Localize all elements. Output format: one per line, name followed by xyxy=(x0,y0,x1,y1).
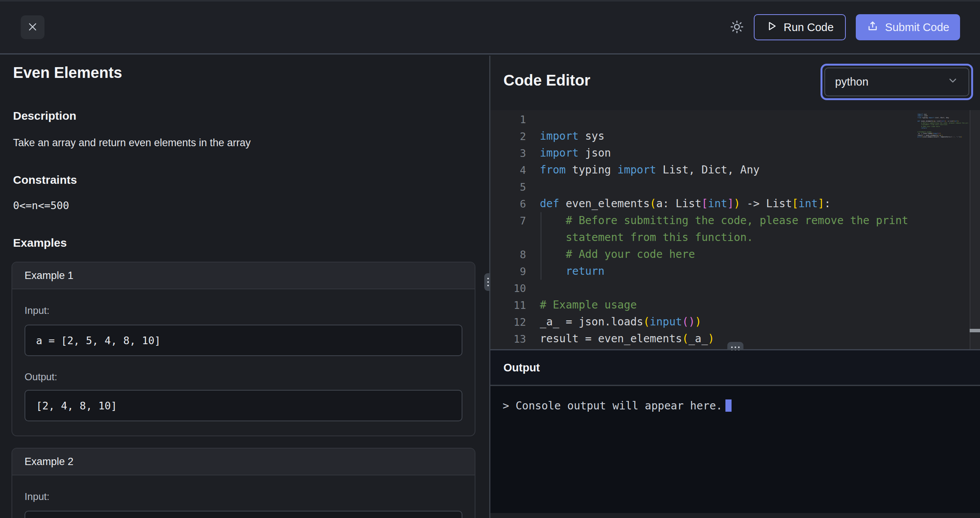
line-number: 11 xyxy=(490,299,526,311)
line-number: 8 xyxy=(490,249,526,261)
code-line[interactable]: 12_a_ = json.loads(input()) xyxy=(490,313,970,330)
example-1-input-value: a = [2, 5, 4, 8, 10] xyxy=(25,325,462,356)
theme-toggle-button[interactable] xyxy=(730,20,744,35)
submit-code-label: Submit Code xyxy=(885,21,949,34)
output-header: Output xyxy=(490,350,980,386)
editor-scrollbar-thumb[interactable] xyxy=(970,329,980,332)
language-select[interactable]: python xyxy=(821,64,973,100)
example-2-input-value xyxy=(25,511,462,518)
code-line[interactable]: 10 xyxy=(490,280,970,297)
example-1-header: Example 1 xyxy=(12,262,475,289)
line-number: 9 xyxy=(490,266,526,277)
console-output: > Console output will appear here. xyxy=(490,386,980,513)
example-2-card: Example 2 Input: xyxy=(12,448,475,518)
main-area: Even Elements Description Take an array … xyxy=(0,56,980,518)
code-line[interactable]: statement from this function. xyxy=(490,229,970,246)
top-bar: Run Code Submit Code xyxy=(0,0,980,54)
description-heading: Description xyxy=(13,109,76,122)
problem-panel: Even Elements Description Take an array … xyxy=(0,56,489,518)
console-cursor xyxy=(725,399,732,412)
play-icon xyxy=(766,20,778,35)
code-line[interactable]: 2import sys xyxy=(490,128,970,145)
run-code-button[interactable]: Run Code xyxy=(754,14,846,40)
code-line[interactable]: 4from typing import List, Dict, Any xyxy=(490,162,970,178)
example-1-output-label: Output: xyxy=(25,371,57,383)
line-number: 7 xyxy=(490,215,526,227)
code-line[interactable]: 11# Example usage xyxy=(490,297,970,313)
line-number: 6 xyxy=(490,198,526,210)
line-number: 12 xyxy=(490,316,526,328)
minimap[interactable]: import sysimport jsonfrom typing import … xyxy=(918,112,968,139)
topbar-actions: Run Code Submit Code xyxy=(730,14,960,40)
code-line[interactable]: 7 # Before submitting the code, please r… xyxy=(490,212,970,229)
line-number: 2 xyxy=(490,130,526,142)
console-text: > Console output will appear here. xyxy=(503,399,722,412)
run-code-label: Run Code xyxy=(784,21,834,34)
problem-title: Even Elements xyxy=(13,64,122,81)
editor-title: Code Editor xyxy=(503,72,590,89)
description-text: Take an array and return even elements i… xyxy=(13,137,251,149)
code-line[interactable]: 9 return xyxy=(490,263,970,280)
code-editor-panel: Code Editor python 1 2import sys3import … xyxy=(490,56,980,518)
code-line[interactable]: 3import json xyxy=(490,145,970,162)
output-title: Output xyxy=(503,361,540,374)
line-number: 3 xyxy=(490,147,526,159)
code-line[interactable]: 6def even_elements(a: List[int]) -> List… xyxy=(490,195,970,212)
code-lines[interactable]: 1 2import sys3import json4from typing im… xyxy=(490,111,970,347)
line-number: 10 xyxy=(490,282,526,294)
line-number: 5 xyxy=(490,181,526,193)
upload-icon xyxy=(867,20,879,35)
code-line[interactable]: 5 xyxy=(490,178,970,195)
sun-icon xyxy=(730,20,744,35)
code-line[interactable]: 1 xyxy=(490,111,970,128)
constraints-heading: Constraints xyxy=(13,173,77,186)
line-number: 13 xyxy=(490,333,526,345)
constraints-value: 0<=n<=500 xyxy=(13,200,69,211)
example-1-card: Example 1 Input: a = [2, 5, 4, 8, 10] Ou… xyxy=(12,262,475,436)
code-line[interactable]: 8 # Add your code here xyxy=(490,246,970,263)
close-button[interactable] xyxy=(21,15,44,39)
line-number: 4 xyxy=(490,164,526,176)
close-icon xyxy=(27,21,38,33)
example-1-output-value: [2, 4, 8, 10] xyxy=(25,390,462,421)
code-editor[interactable]: 1 2import sys3import json4from typing im… xyxy=(490,110,980,349)
line-number: 1 xyxy=(490,114,526,125)
chevron-down-icon xyxy=(947,75,959,89)
example-2-input-label: Input: xyxy=(25,491,49,503)
language-select-value: python xyxy=(835,76,868,88)
submit-code-button[interactable]: Submit Code xyxy=(856,14,960,40)
examples-heading: Examples xyxy=(13,236,67,249)
example-1-input-label: Input: xyxy=(25,305,49,317)
editor-scrollbar-track xyxy=(970,110,980,349)
example-2-header: Example 2 xyxy=(12,449,475,475)
